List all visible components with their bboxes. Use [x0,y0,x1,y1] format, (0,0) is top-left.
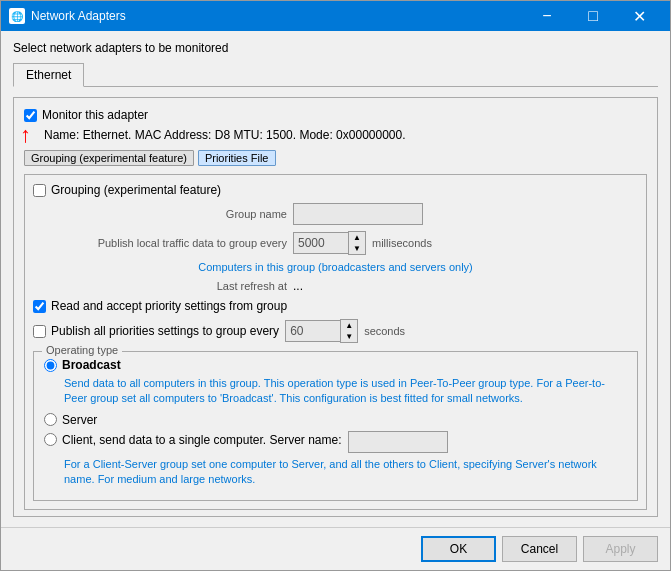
publish-local-row: Publish local traffic data to group ever… [33,231,638,255]
tab-bar: Ethernet [13,63,658,87]
monitor-checkbox[interactable] [24,109,37,122]
publish-all-decrement-button[interactable]: ▼ [341,331,357,342]
publish-spinner-buttons: ▲ ▼ [348,231,366,255]
publish-value-spinner: ▲ ▼ [293,231,366,255]
main-window: 🌐 Network Adapters − □ ✕ Select network … [0,0,671,571]
operating-type-legend: Operating type [42,344,122,356]
publish-decrement-button[interactable]: ▼ [349,243,365,254]
ok-button[interactable]: OK [421,536,496,562]
group-name-label: Group name [33,208,293,220]
server-radio-label[interactable]: Server [44,413,627,427]
grouping-checkbox[interactable] [33,184,46,197]
operating-type-group: Operating type Broadcast Send data to al… [33,351,638,501]
client-radio[interactable] [44,433,57,446]
panel: Monitor this adapter ↑ Name: Ethernet. M… [13,97,658,517]
grouping-checkbox-row: Grouping (experimental feature) [33,183,638,197]
cancel-button[interactable]: Cancel [502,536,577,562]
grouping-tag[interactable]: Grouping (experimental feature) [24,150,194,166]
apply-button[interactable]: Apply [583,536,658,562]
last-refresh-label: Last refresh at [33,280,293,292]
monitor-checkbox-label[interactable]: Monitor this adapter [24,108,148,122]
window-content: Select network adapters to be monitored … [1,31,670,527]
publish-all-checkbox[interactable] [33,325,46,338]
subtitle: Select network adapters to be monitored [13,41,658,55]
titlebar-buttons: − □ ✕ [524,1,662,31]
publish-all-increment-button[interactable]: ▲ [341,320,357,331]
server-name-input[interactable] [348,431,448,453]
grouping-section: Grouping (experimental feature) Group na… [24,174,647,510]
close-button[interactable]: ✕ [616,1,662,31]
titlebar: 🌐 Network Adapters − □ ✕ [1,1,670,31]
publish-local-label: Publish local traffic data to group ever… [33,237,293,249]
publish-all-row: Publish all priorities settings to group… [33,319,638,343]
minimize-button[interactable]: − [524,1,570,31]
server-radio[interactable] [44,413,57,426]
titlebar-title: Network Adapters [31,9,524,23]
broadcast-radio-label[interactable]: Broadcast [44,358,627,372]
broadcast-radio[interactable] [44,359,57,372]
tab-ethernet[interactable]: Ethernet [13,63,84,87]
publish-all-unit: seconds [364,325,405,337]
adapter-info: ↑ Name: Ethernet. MAC Address: D8 MTU: 1… [24,128,647,142]
titlebar-icon: 🌐 [9,8,25,24]
read-priority-row: Read and accept priority settings from g… [33,299,638,313]
client-row: Client, send data to a single computer. … [44,431,627,453]
last-refresh-row: Last refresh at ... [33,279,638,293]
group-name-input[interactable] [293,203,423,225]
publish-all-label-wrapper[interactable]: Publish all priorities settings to group… [33,324,279,338]
client-radio-label[interactable]: Client, send data to a single computer. … [44,433,342,447]
publish-increment-button[interactable]: ▲ [349,232,365,243]
publish-all-spinner-buttons: ▲ ▼ [340,319,358,343]
bottom-bar: OK Cancel Apply [1,527,670,570]
publish-all-spinner: ▲ ▼ [285,319,358,343]
last-refresh-value: ... [293,279,303,293]
computers-info: Computers in this group (broadcasters an… [33,261,638,273]
maximize-button[interactable]: □ [570,1,616,31]
broadcast-desc: Send data to all computers in this group… [64,376,627,407]
group-name-row: Group name [33,203,638,225]
monitor-row: Monitor this adapter [24,108,647,122]
read-priority-checkbox[interactable] [33,300,46,313]
grouping-checkbox-label[interactable]: Grouping (experimental feature) [33,183,221,197]
publish-value-input[interactable] [293,232,348,254]
client-desc: For a Client-Server group set one comput… [64,457,627,488]
priorities-file-tag[interactable]: Priorities File [198,150,276,166]
publish-all-input[interactable] [285,320,340,342]
red-arrow-icon: ↑ [20,124,31,146]
tag-buttons-row: Grouping (experimental feature) Prioriti… [24,150,647,166]
publish-unit: milliseconds [372,237,432,249]
read-priority-label[interactable]: Read and accept priority settings from g… [33,299,287,313]
